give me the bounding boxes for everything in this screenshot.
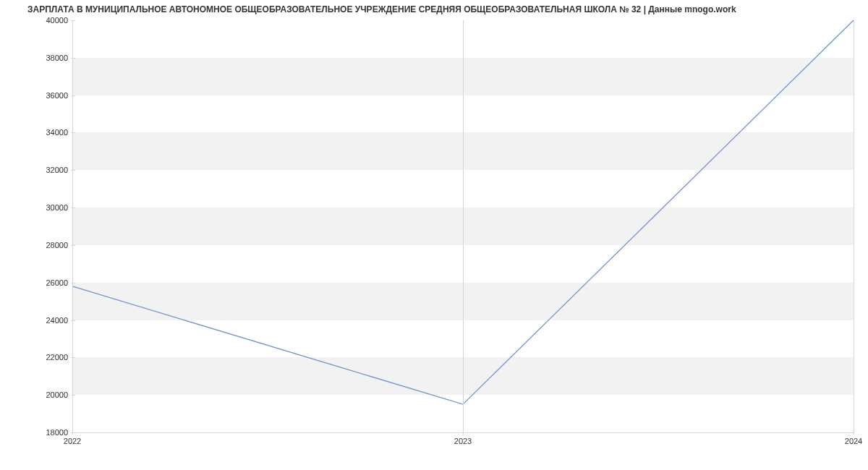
y-tick-label: 28000 — [3, 241, 68, 249]
x-gridline — [463, 20, 464, 432]
x-tick-label: 2023 — [454, 437, 472, 445]
y-tick-label: 40000 — [3, 16, 68, 25]
y-tick-label: 32000 — [3, 166, 68, 174]
x-gridline — [854, 20, 854, 432]
y-tick-label: 38000 — [3, 54, 68, 62]
y-tick-label: 36000 — [3, 91, 68, 100]
y-tick-label: 18000 — [3, 428, 68, 437]
y-tick-label: 20000 — [3, 390, 68, 399]
y-tick-label: 24000 — [3, 316, 68, 325]
chart-title: ЗАРПЛАТА В МУНИЦИПАЛЬНОЕ АВТОНОМНОЕ ОБЩЕ… — [27, 4, 736, 14]
y-tick-label: 22000 — [3, 353, 68, 362]
y-tick-label: 26000 — [3, 278, 68, 287]
x-tick-label: 2022 — [64, 437, 81, 445]
x-tick-label: 2024 — [845, 437, 862, 445]
y-tick-label: 30000 — [3, 203, 68, 212]
x-gridline — [72, 20, 73, 432]
y-tick-label: 34000 — [3, 128, 68, 137]
chart-container: ЗАРПЛАТА В МУНИЦИПАЛЬНОЕ АВТОНОМНОЕ ОБЩЕ… — [0, 0, 868, 470]
